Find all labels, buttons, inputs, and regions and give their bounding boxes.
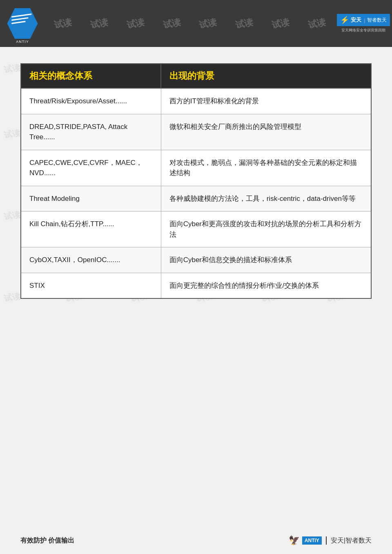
antiy-label: ANTIY bbox=[0, 40, 45, 44]
logo-lines bbox=[11, 14, 34, 33]
wm-6: 试读 bbox=[234, 16, 254, 31]
table-cell-background: 面向Cyber和信息交换的描述和标准体系 bbox=[161, 247, 371, 273]
right-logo-subtitle: 安天网络安全专训营第四期 bbox=[341, 28, 385, 33]
table-cell-concept: DREAD,STRIDE,PASTA, Attack Tree...... bbox=[21, 114, 161, 150]
col2-header: 出现的背景 bbox=[161, 64, 371, 88]
table-row: STIX面向更完整的综合性的情报分析/作业/交换的体系 bbox=[21, 273, 371, 298]
bwm-19: 试读 bbox=[3, 291, 21, 305]
header: ANTIY 试读 试读 试读 试读 试读 试读 试读 试读 ⚡ 安天 | 智者数… bbox=[0, 0, 392, 47]
brand-sub: 智者数天 bbox=[367, 17, 387, 24]
main-table: 相关的概念体系 出现的背景 Threat/Risk/Exposure/Asset… bbox=[20, 63, 372, 299]
wm-5: 试读 bbox=[198, 16, 218, 31]
bwm-1: 试读 bbox=[3, 62, 21, 76]
table-body: Threat/Risk/Exposure/Asset......西方的IT管理和… bbox=[21, 88, 371, 298]
wm-3: 试读 bbox=[126, 16, 146, 31]
right-logo-box: ⚡ 安天 | 智者数天 bbox=[337, 14, 390, 26]
footer-bird-icon: 🦅 bbox=[289, 535, 300, 546]
table-cell-concept: STIX bbox=[21, 273, 161, 298]
wm-4: 试读 bbox=[162, 16, 182, 31]
footer-right: 🦅 ANTIY 安天|智者数天 bbox=[289, 535, 372, 546]
wm-2: 试读 bbox=[89, 16, 109, 31]
table-cell-background: 对攻击模式，脆弱点，漏洞等各种基础的安全元素的标定和描述结构 bbox=[161, 150, 371, 186]
footer-antiy-badge: ANTIY bbox=[302, 536, 322, 545]
table-row: Kill Chain,钻石分析,TTP......面向Cyber和更高强度的攻击… bbox=[21, 211, 371, 247]
footer: 有效防护 价值输出 🦅 ANTIY 安天|智者数天 bbox=[0, 535, 392, 546]
lightning-icon: ⚡ bbox=[340, 16, 349, 24]
wm-7: 试读 bbox=[271, 16, 291, 31]
logo-line-1 bbox=[11, 13, 31, 18]
logo-hexagon bbox=[7, 8, 38, 39]
logo-line-3 bbox=[11, 21, 25, 24]
table-header-row: 相关的概念体系 出现的背景 bbox=[21, 64, 371, 88]
wm-1: 试读 bbox=[53, 16, 73, 31]
table-row: Threat Modeling各种威胁建模的方法论，工具，risk-centri… bbox=[21, 186, 371, 211]
content-area: 试读 试读 试读 试读 试读 试读 试读 试读 试读 试读 试读 试读 试读 试… bbox=[0, 47, 392, 307]
table-cell-concept: Threat/Risk/Exposure/Asset...... bbox=[21, 88, 161, 114]
table-cell-background: 西方的IT管理和标准化的背景 bbox=[161, 88, 371, 114]
table-cell-concept: Threat Modeling bbox=[21, 186, 161, 211]
table-row: CybOX,TAXII，OpenIOC.......面向Cyber和信息交换的描… bbox=[21, 247, 371, 273]
footer-left-text: 有效防护 价值输出 bbox=[20, 536, 74, 545]
brand-separator: | bbox=[364, 17, 365, 23]
table-cell-background: 微软和相关安全厂商所推出的风险管理模型 bbox=[161, 114, 371, 150]
footer-antiy-text: ANTIY bbox=[305, 538, 319, 543]
header-watermarks: 试读 试读 试读 试读 试读 试读 试读 试读 bbox=[45, 0, 335, 47]
table-cell-concept: CybOX,TAXII，OpenIOC....... bbox=[21, 247, 161, 273]
table-row: Threat/Risk/Exposure/Asset......西方的IT管理和… bbox=[21, 88, 371, 114]
table-cell-background: 各种威胁建模的方法论，工具，risk-centric，data-driven等等 bbox=[161, 186, 371, 211]
right-logo: ⚡ 安天 | 智者数天 安天网络安全专训营第四期 bbox=[335, 0, 392, 47]
table-cell-concept: CAPEC,CWE,CVE,CVRF，MAEC，NVD...... bbox=[21, 150, 161, 186]
footer-brand-text: 安天|智者数天 bbox=[331, 536, 372, 545]
table-cell-background: 面向Cyber和更高强度的攻击和对抗的场景的分析工具和分析方法 bbox=[161, 211, 371, 247]
table-cell-background: 面向更完整的综合性的情报分析/作业/交换的体系 bbox=[161, 273, 371, 298]
table-row: DREAD,STRIDE,PASTA, Attack Tree......微软和… bbox=[21, 114, 371, 150]
right-logo-main-text: 安天 bbox=[351, 16, 361, 24]
table-row: CAPEC,CWE,CVE,CVRF，MAEC，NVD......对攻击模式，脆… bbox=[21, 150, 371, 186]
col1-header: 相关的概念体系 bbox=[21, 64, 161, 88]
logo-area: ANTIY bbox=[0, 0, 45, 47]
table-cell-concept: Kill Chain,钻石分析,TTP...... bbox=[21, 211, 161, 247]
footer-divider bbox=[326, 536, 327, 545]
bwm-13: 试读 bbox=[3, 209, 21, 223]
logo-line-2 bbox=[11, 17, 28, 21]
wm-8: 试读 bbox=[307, 16, 327, 31]
bwm-7: 试读 bbox=[3, 127, 21, 141]
